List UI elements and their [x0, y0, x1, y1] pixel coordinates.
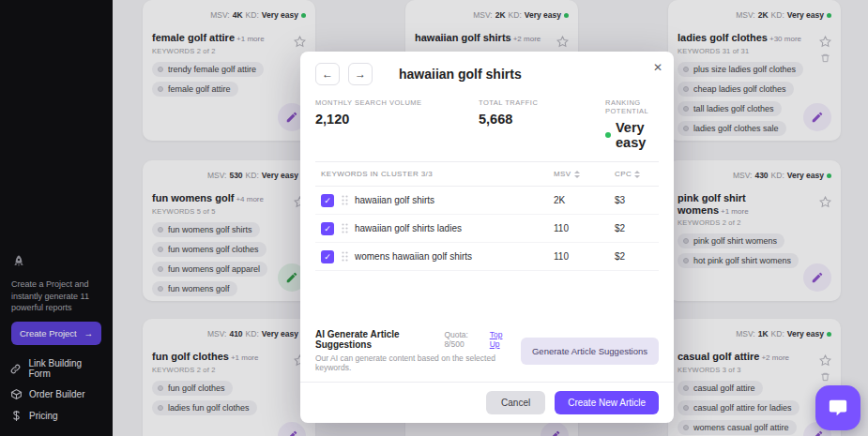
- ai-section-description: Our AI can generate content based on the…: [315, 353, 511, 372]
- chat-widget-button[interactable]: [815, 385, 860, 430]
- keywords-column-header: KEYWORDS IN CLUSTER 3/3: [321, 170, 554, 178]
- ai-suggestions-section: AI Generate Article Suggestions Quota: 8…: [300, 320, 674, 382]
- modal-footer: Cancel Create New Article: [300, 382, 674, 423]
- table-row: ✓ hawaiian golf shirts ladies 110 $2: [315, 215, 659, 243]
- keyword-checkbox[interactable]: ✓: [321, 250, 334, 263]
- msv-cell: 2K: [554, 195, 615, 205]
- close-icon[interactable]: ✕: [653, 61, 662, 74]
- modal-stats: MONTHLY SEARCH VOLUME 2,120 TOTAL TRAFFI…: [300, 93, 674, 161]
- sort-icon: [574, 171, 580, 178]
- drag-handle-icon[interactable]: [342, 251, 348, 262]
- keyword-cell: hawaiian golf shirts: [355, 195, 554, 205]
- keyword-checkbox[interactable]: ✓: [321, 222, 334, 235]
- stat-label: RANKING POTENTIAL: [605, 98, 659, 115]
- chat-bubble-icon: [828, 398, 848, 418]
- msv-column-header[interactable]: MSV: [554, 170, 615, 178]
- modal-header: ← → hawaiian golf shirts: [300, 52, 674, 93]
- stat-label: MONTHLY SEARCH VOLUME: [315, 98, 479, 107]
- ranking-potential-value: Very easy: [605, 120, 659, 150]
- stat-label: TOTAL TRAFFIC: [479, 98, 605, 107]
- cancel-button[interactable]: Cancel: [486, 391, 545, 414]
- ai-section-title: AI Generate Article Suggestions: [315, 329, 438, 350]
- msv-cell: 110: [554, 251, 615, 262]
- keyword-cell: hawaiian golf shirts ladies: [355, 223, 554, 233]
- top-up-link[interactable]: Top Up: [490, 330, 511, 349]
- msv-cell: 110: [554, 223, 615, 233]
- cpc-cell: $2: [615, 223, 659, 233]
- next-cluster-button[interactable]: →: [348, 63, 373, 85]
- cluster-detail-modal: ✕ ← → hawaiian golf shirts MONTHLY SEARC…: [300, 52, 674, 423]
- monthly-search-volume-value: 2,120: [315, 112, 479, 127]
- drag-handle-icon[interactable]: [342, 223, 348, 233]
- table-row: ✓ hawaiian golf shirts 2K $3: [315, 187, 659, 215]
- keywords-table: KEYWORDS IN CLUSTER 3/3 MSV CPC ✓ hawaii…: [315, 161, 659, 320]
- table-row: ✓ womens hawaiian golf shirts 110 $2: [315, 243, 659, 271]
- keyword-checkbox[interactable]: ✓: [321, 194, 334, 207]
- total-traffic-value: 5,668: [479, 112, 605, 127]
- create-new-article-button[interactable]: Create New Article: [555, 391, 659, 414]
- quota-label: Quota: 8/500: [444, 330, 483, 349]
- prev-cluster-button[interactable]: ←: [315, 63, 340, 85]
- sort-icon: [634, 171, 640, 178]
- cpc-cell: $3: [615, 195, 659, 205]
- drag-handle-icon[interactable]: [342, 195, 348, 205]
- cpc-column-header[interactable]: CPC: [615, 170, 659, 178]
- modal-title: hawaiian golf shirts: [399, 67, 522, 82]
- table-header-row: KEYWORDS IN CLUSTER 3/3 MSV CPC: [315, 162, 659, 187]
- keyword-cell: womens hawaiian golf shirts: [355, 251, 554, 262]
- difficulty-dot-icon: [605, 132, 611, 138]
- generate-article-suggestions-button[interactable]: Generate Article Suggestions: [521, 338, 659, 365]
- cpc-cell: $2: [615, 251, 659, 262]
